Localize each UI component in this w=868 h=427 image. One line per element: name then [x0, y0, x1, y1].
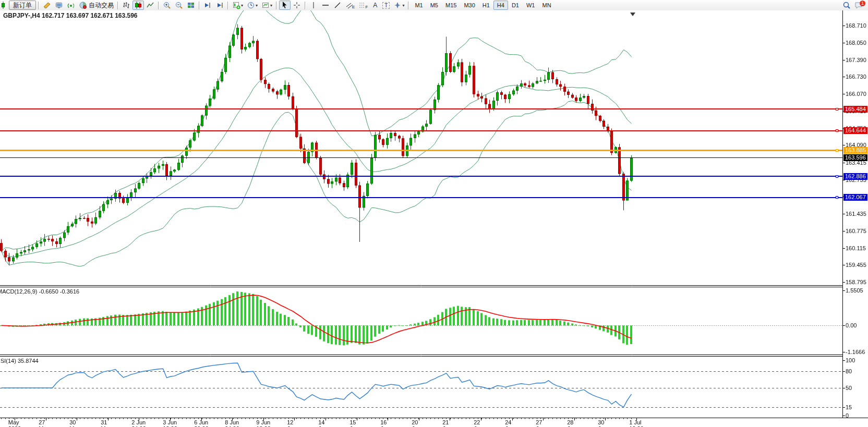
time-axis-label: 28 Jun 20:00: [567, 419, 582, 427]
horizontal-line-162.067[interactable]: [0, 197, 842, 198]
line-handle[interactable]: [836, 149, 838, 152]
price-chart-canvas[interactable]: [0, 10, 868, 427]
time-axis-label: 16 Jun 20:00: [380, 419, 395, 427]
crosshair-tool-icon[interactable]: [291, 1, 303, 10]
chart-shift-marker[interactable]: [630, 13, 635, 16]
zoom-out-icon[interactable]: [173, 1, 185, 10]
chat-notifications-button[interactable]: 1: [853, 1, 865, 10]
signals-icon[interactable]: [65, 1, 77, 10]
current-price-163.596[interactable]: [0, 157, 842, 158]
horizontal-line-165.484[interactable]: [0, 108, 842, 109]
horizontal-line-tool-icon[interactable]: [320, 1, 331, 10]
toolbar-separator: [158, 2, 159, 9]
clipped-candle-icon: [0, 1, 8, 10]
timeframe-button-D1[interactable]: D1: [508, 1, 523, 10]
rsi-tick-label: 100: [846, 357, 855, 363]
price-tag-165.484: 165.484: [843, 106, 867, 113]
dropdown-caret: ▾: [256, 3, 258, 8]
price-tick-label: 158.795: [846, 279, 866, 285]
price-tick-label: 161.435: [846, 211, 866, 217]
toolbar-separator: [227, 2, 228, 9]
price-tag-163.596: 163.596: [843, 154, 867, 161]
new-order-button[interactable]: 新订单: [9, 1, 36, 10]
autotrading-icon: [79, 1, 87, 9]
time-axis-label: 24 Jun 04:00: [505, 419, 520, 427]
line-handle[interactable]: [836, 175, 838, 178]
equidistant-channel-tool-icon[interactable]: E: [344, 1, 356, 10]
time-axis-label: 30 Jun 04:00: [598, 419, 612, 427]
time-axis-label: 12 Jun 23:00: [287, 419, 302, 427]
templates-button[interactable]: ▾: [260, 1, 274, 10]
label-letter: T: [382, 2, 390, 9]
time-axis-label: May 2022: [8, 419, 21, 427]
timeframe-button-M30[interactable]: M30: [460, 1, 478, 10]
rsi-tick-label: 0: [846, 412, 849, 419]
autotrading-button[interactable]: 自动交易: [77, 1, 115, 10]
time-axis-label: 22 Jun 20:00: [474, 419, 488, 427]
text-tool-icon[interactable]: A: [370, 1, 380, 10]
horizontal-line-163.885[interactable]: [0, 150, 842, 151]
toolbar-separator: [408, 2, 409, 9]
timeframe-button-H1[interactable]: H1: [479, 1, 493, 10]
price-tick-label: 166.070: [846, 91, 866, 97]
timeframe-button-M15[interactable]: M15: [442, 1, 460, 10]
time-axis-label: 31 May 20:00: [101, 419, 115, 427]
time-axis-label: 20 Jun 04:00: [412, 419, 426, 427]
rsi-tick-label: 15: [846, 404, 852, 410]
trendline-tool-icon[interactable]: [332, 1, 343, 10]
price-tick-label: 168.050: [846, 40, 866, 46]
price-tag-164.644: 164.644: [843, 127, 867, 134]
time-axis-label: 15 Jun 12:00: [349, 419, 364, 427]
timeframe-button-M1[interactable]: M1: [411, 1, 426, 10]
line-handle[interactable]: [836, 196, 838, 199]
timeframe-button-MN[interactable]: MN: [538, 1, 554, 10]
timeframe-button-W1[interactable]: W1: [523, 1, 539, 10]
chart-shift-icon[interactable]: [214, 1, 225, 10]
toolbar-separator: [38, 2, 39, 9]
periods-clock-button[interactable]: ▾: [245, 1, 259, 10]
fibo-letter: F: [365, 5, 368, 9]
vertical-line-tool-icon[interactable]: [308, 1, 319, 10]
toolbar-separator: [117, 2, 118, 9]
auto-scroll-icon[interactable]: [202, 1, 213, 10]
metaeditor-icon[interactable]: [41, 1, 53, 10]
cursor-tool-icon[interactable]: [279, 1, 291, 10]
time-axis-label: 21 Jun 12:00: [442, 419, 457, 427]
time-axis-label: 9 Jun 12:00: [256, 419, 271, 427]
market-watch-icon[interactable]: [53, 1, 65, 10]
line-handle[interactable]: [836, 108, 838, 111]
channel-letter: E: [352, 5, 355, 9]
dropdown-caret: ▾: [241, 3, 243, 8]
line-handle[interactable]: [836, 129, 838, 132]
new-chart-button[interactable]: ▾: [231, 1, 245, 10]
price-tag-162.067: 162.067: [843, 194, 867, 201]
macd-tick-label: 1.5505: [846, 287, 863, 294]
chart-title: GBPJPY-,H4 162.717 163.697 162.671 163.5…: [3, 12, 138, 19]
candlestick-chart-type-icon[interactable]: [132, 1, 144, 10]
tile-windows-icon[interactable]: [185, 1, 197, 10]
search-icon[interactable]: [841, 1, 852, 10]
price-tick-label: 159.455: [846, 262, 866, 268]
timeframe-toolbar: M1M5M15M30H1H4D1W1MN: [411, 1, 554, 10]
rsi-tick-label: 80: [846, 368, 852, 374]
timeframe-button-M5[interactable]: M5: [427, 1, 442, 10]
text-label-tool-icon[interactable]: T: [381, 1, 391, 10]
dropdown-caret: ▾: [402, 3, 404, 8]
rsi-indicator-label: RSI(14) 35.8744: [0, 358, 39, 364]
toolbar-separator: [276, 2, 277, 9]
timeframe-button-H4[interactable]: H4: [493, 1, 508, 10]
horizontal-line-164.644[interactable]: [0, 130, 842, 131]
horizontal-line-162.886[interactable]: [0, 176, 842, 177]
zoom-in-icon[interactable]: [161, 1, 173, 10]
line-chart-type-icon[interactable]: [144, 1, 156, 10]
time-axis-label: 1 Jul 12:00: [629, 419, 644, 427]
time-axis-label: 27 Jun 12:00: [536, 419, 550, 427]
mt4-window: 新订单 自动交易: [0, 0, 868, 427]
bar-chart-type-icon[interactable]: [120, 1, 132, 10]
time-axis-label: 2 Jun 04:00: [131, 419, 146, 427]
fibonacci-tool-icon[interactable]: F: [357, 1, 369, 10]
rsi-tick-label: 50: [846, 385, 852, 391]
price-tick-label: 167.390: [846, 57, 866, 63]
macd-indicator-label: MACD(12,26,9) -0.6650 -0.3616: [0, 288, 79, 295]
arrows-tool-button[interactable]: ▾: [392, 1, 406, 10]
